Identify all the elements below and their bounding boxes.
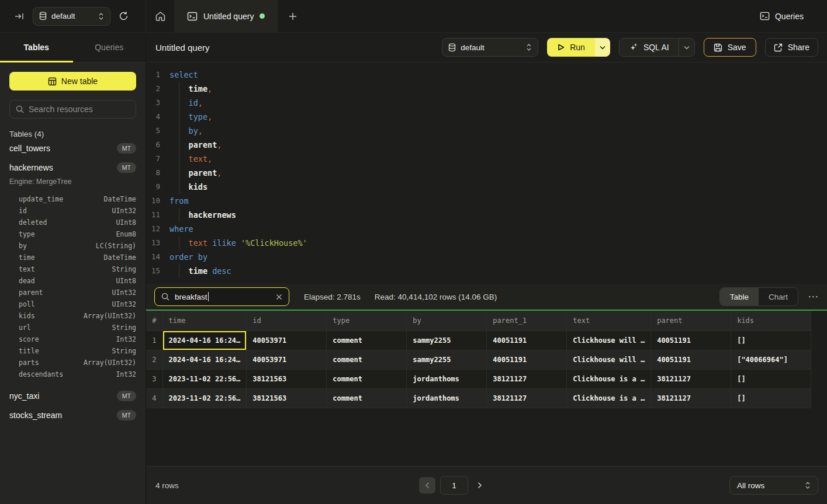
column-header[interactable]: by xyxy=(407,311,487,331)
editor-line: 11 hackernews xyxy=(146,208,827,222)
code-text: kids xyxy=(169,180,207,194)
table-cell[interactable]: 40053971 xyxy=(247,331,327,350)
column-row: idUInt32 xyxy=(9,205,136,217)
line-number: 15 xyxy=(146,264,160,278)
line-number: 14 xyxy=(146,250,160,264)
table-list-item[interactable]: stocks_streamMT xyxy=(9,405,136,425)
table-cell[interactable]: 38121127 xyxy=(487,388,567,408)
table-cell[interactable]: jordanthoms xyxy=(407,369,487,388)
chevron-updown-icon xyxy=(98,12,104,20)
next-page-button[interactable] xyxy=(477,482,482,489)
top-bar: default Untitled query xyxy=(0,0,827,33)
new-table-button[interactable]: New table xyxy=(9,72,136,91)
table-cell[interactable]: 38121563 xyxy=(247,388,327,408)
database-selector[interactable]: default xyxy=(33,7,110,26)
database-selector[interactable]: default xyxy=(442,38,538,57)
code-text: parent, xyxy=(169,166,222,180)
collapse-sidebar-icon[interactable] xyxy=(14,11,25,22)
column-header[interactable]: text xyxy=(567,311,651,331)
table-row: 32023-11-02 22:56…38121563commentjordant… xyxy=(146,369,811,388)
table-cell[interactable]: Clickhouse will … xyxy=(567,350,651,369)
table-cell[interactable]: 38121563 xyxy=(247,369,327,388)
sql-ai-button-group: SQL AI xyxy=(619,38,695,57)
table-cell[interactable]: 38121127 xyxy=(487,369,567,388)
view-toggle-chart[interactable]: Chart xyxy=(759,288,798,305)
table-cell[interactable]: comment xyxy=(327,369,407,388)
row-index: 3 xyxy=(146,369,162,388)
table-cell[interactable]: [] xyxy=(731,388,811,408)
prev-page-button[interactable] xyxy=(419,477,435,493)
page-size-selector[interactable]: All rows xyxy=(729,476,818,495)
table-cell[interactable]: Clickhouse is a … xyxy=(567,388,651,408)
code-text: text ilike '%ClickHouse%' xyxy=(169,236,307,250)
results-search-input[interactable]: breakfast xyxy=(154,287,289,306)
column-header[interactable]: parent xyxy=(651,311,731,331)
column-header[interactable]: time xyxy=(162,311,247,331)
column-header[interactable]: kids xyxy=(731,311,811,331)
column-type: DateTime xyxy=(104,253,136,262)
table-cell[interactable]: Clickhouse will … xyxy=(567,331,651,350)
table-cell[interactable]: ["40066964"] xyxy=(731,350,811,369)
column-header[interactable]: type xyxy=(327,311,407,331)
table-list-item[interactable]: nyc_taxiMT xyxy=(9,386,136,405)
table-cell[interactable]: comment xyxy=(327,331,407,350)
table-cell[interactable]: 40053971 xyxy=(247,350,327,369)
results-toolbar-right: Table Chart ⋯ xyxy=(719,287,819,306)
share-button[interactable]: Share xyxy=(765,38,818,57)
more-options-icon[interactable]: ⋯ xyxy=(808,294,819,300)
column-name: id xyxy=(9,207,27,215)
table-cell[interactable]: 2023-11-02 22:56… xyxy=(162,369,247,388)
current-page[interactable]: 1 xyxy=(440,476,468,495)
home-button[interactable] xyxy=(146,0,174,32)
code-text: order by xyxy=(169,250,207,264)
table-cell[interactable]: comment xyxy=(327,388,407,408)
column-name: poll xyxy=(9,300,35,308)
refresh-icon[interactable] xyxy=(119,11,129,21)
table-cell[interactable]: 40051191 xyxy=(487,350,567,369)
code-text: where xyxy=(169,222,193,236)
sql-ai-options-button[interactable] xyxy=(679,39,694,56)
line-number: 6 xyxy=(146,138,160,152)
sql-editor[interactable]: 1select2 time,3 id,4 type,5 by,6 parent,… xyxy=(146,62,827,284)
sidebar-tab-queries[interactable]: Queries xyxy=(73,33,146,62)
tab-untitled-query[interactable]: Untitled query xyxy=(174,0,278,32)
column-name: title xyxy=(9,347,39,355)
table-cell[interactable]: jordanthoms xyxy=(407,388,487,408)
search-resources-input[interactable]: Search resources xyxy=(9,100,136,119)
clear-search-icon[interactable] xyxy=(276,294,282,300)
table-cell[interactable]: 40051191 xyxy=(487,331,567,350)
table-cell[interactable]: Clickhouse is a … xyxy=(567,369,651,388)
table-cell[interactable]: 38121127 xyxy=(651,369,731,388)
view-toggle-table[interactable]: Table xyxy=(720,288,759,305)
database-icon xyxy=(448,43,456,52)
table-cell[interactable]: [] xyxy=(731,331,811,350)
column-header[interactable]: id xyxy=(247,311,327,331)
table-cell[interactable]: [] xyxy=(731,369,811,388)
sidebar-tab-tables[interactable]: Tables xyxy=(0,33,73,62)
column-header[interactable]: # xyxy=(146,311,162,331)
queries-button[interactable]: Queries xyxy=(760,11,804,21)
sql-ai-button[interactable]: SQL AI xyxy=(620,39,679,56)
editor-line: 7 text, xyxy=(146,152,827,166)
chevron-updown-icon xyxy=(805,481,811,489)
run-options-button[interactable] xyxy=(595,38,610,57)
table-cell[interactable]: sammy2255 xyxy=(407,350,487,369)
table-cell[interactable]: 2024-04-16 16:24… xyxy=(162,350,247,369)
search-icon xyxy=(161,293,169,301)
table-cell[interactable]: 38121127 xyxy=(651,388,731,408)
run-button[interactable]: Run xyxy=(547,38,595,57)
table-cell[interactable]: 40051191 xyxy=(651,350,731,369)
column-row: deletedUInt8 xyxy=(9,217,136,228)
table-cell[interactable]: 2023-11-02 22:56… xyxy=(162,388,247,408)
save-button[interactable]: Save xyxy=(704,38,756,57)
table-cell[interactable]: sammy2255 xyxy=(407,331,487,350)
table-cell[interactable]: 40051191 xyxy=(651,331,731,350)
table-list-item[interactable]: cell_towersMT xyxy=(9,138,136,158)
code-text: select xyxy=(169,68,198,82)
new-tab-button[interactable] xyxy=(278,0,308,32)
table-cell[interactable]: comment xyxy=(327,350,407,369)
column-header[interactable]: parent_1 xyxy=(487,311,567,331)
table-cell[interactable]: 2024-04-16 16:24… xyxy=(162,331,247,350)
table-name: nyc_taxi xyxy=(9,391,39,401)
table-list-item[interactable]: hackernewsMT xyxy=(9,158,136,177)
